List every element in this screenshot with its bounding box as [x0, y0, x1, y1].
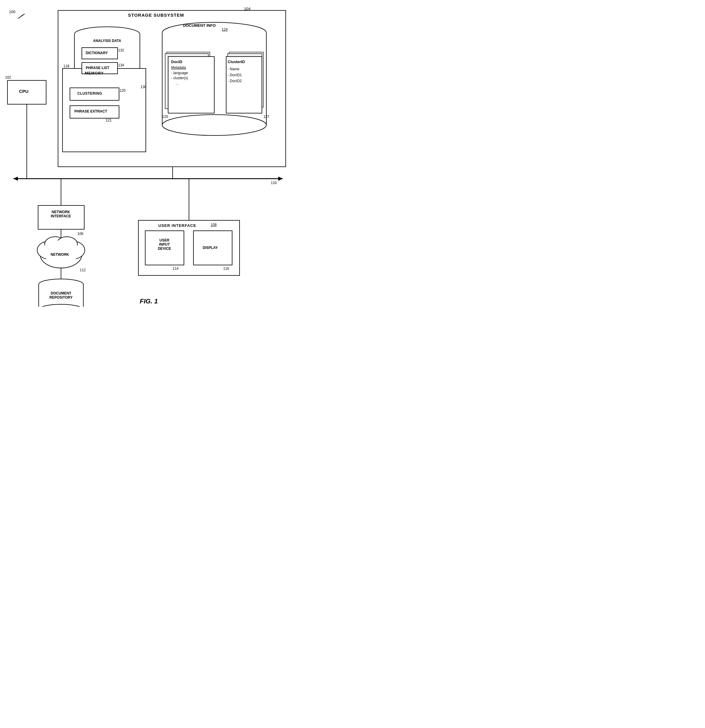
svg-point-35	[45, 237, 65, 251]
ref-114: 114	[173, 266, 179, 271]
storage-subsystem-label: STORAGE SUBSYSTEM	[128, 13, 184, 17]
ref-134: 134	[118, 63, 124, 67]
ref-106: 106	[77, 232, 83, 236]
user-input-device-label: USERINPUTDEVICE	[149, 238, 180, 251]
svg-line-48	[18, 14, 25, 19]
ref-120: 120	[120, 88, 125, 92]
document-info-label: DOCUMENT INFO	[183, 23, 216, 28]
ref-100-arrow	[16, 13, 25, 19]
display-label: DISPLAY	[203, 246, 218, 250]
svg-rect-13	[168, 56, 214, 113]
diagram-svg	[0, 0, 298, 307]
svg-rect-0	[58, 10, 286, 167]
ref-125: 125	[162, 115, 168, 119]
ref-110: 110	[271, 181, 277, 185]
svg-rect-16	[226, 56, 262, 113]
phrase-list-label: PHRASE LIST	[86, 66, 109, 70]
ref-108: 108	[211, 223, 217, 227]
cpu-label: CPU	[19, 89, 29, 94]
docid-label: DocID	[171, 59, 182, 64]
svg-marker-26	[278, 176, 283, 181]
ref-102: 102	[5, 75, 11, 79]
svg-point-43	[39, 304, 83, 307]
dictionary-label: DICTIONARY	[86, 51, 108, 55]
ref-121: 121	[106, 118, 112, 122]
svg-point-5	[74, 74, 140, 89]
ref-124: 124	[222, 27, 228, 32]
phrase-extract-label: PHRASE EXTRACT	[74, 109, 107, 113]
svg-point-39	[39, 279, 83, 290]
ref-127: 127	[263, 115, 269, 119]
svg-point-36	[56, 237, 77, 251]
docid-ellipsis: ...	[176, 81, 179, 85]
ref-130: 130	[140, 85, 146, 89]
docid-clusters: - cluster(s)	[171, 76, 188, 80]
svg-point-10	[162, 115, 266, 136]
network-interface-label: NETWORKINTERFACE	[42, 210, 79, 218]
docid-metadata: Metadata	[171, 65, 186, 70]
user-interface-label: USER INTERFACE	[158, 223, 196, 228]
clusterid-docid2: - DocID2	[228, 79, 242, 83]
ref-112: 112	[80, 268, 86, 272]
document-repository-label: DOCUMENTREPOSITORY	[42, 291, 80, 299]
analysis-data-label: ANALYSIS DATA	[88, 39, 127, 43]
docid-language: - language	[171, 71, 188, 75]
memory-label: MEMORY	[85, 71, 104, 75]
clustering-label: CLUSTERING	[77, 91, 102, 95]
clusterid-label: ClusterID	[228, 59, 245, 64]
ref-116: 116	[223, 266, 229, 271]
clusterid-docid1: - DocID1	[228, 73, 242, 77]
ref-104: 104	[244, 7, 251, 11]
svg-point-37	[42, 240, 80, 263]
network-label: NETWORK	[50, 253, 69, 257]
ref-118: 118	[63, 64, 69, 68]
clusterid-name: - Name	[228, 67, 239, 71]
ref-132: 132	[118, 48, 124, 52]
svg-marker-25	[13, 176, 18, 181]
diagram: 100 STORAGE SUBSYSTEM 104 ANALYSIS DATA …	[0, 0, 298, 307]
ref-100: 100	[9, 10, 16, 14]
figure-label: FIG. 1	[140, 298, 158, 305]
